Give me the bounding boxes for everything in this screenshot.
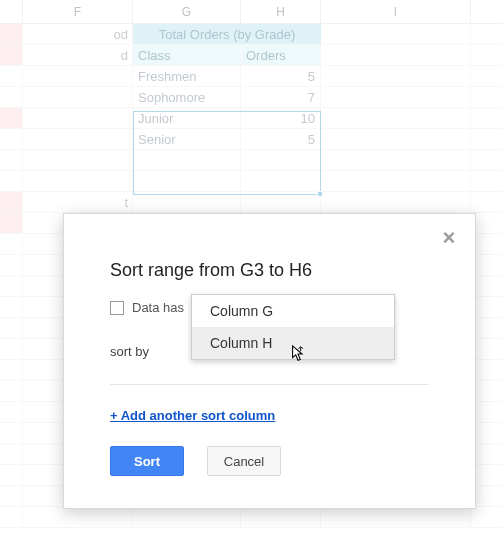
close-icon[interactable]: ×: [439, 228, 459, 248]
col-header-h[interactable]: H: [241, 0, 321, 23]
cell-orders[interactable]: 5: [241, 129, 321, 149]
cell[interactable]: [321, 66, 471, 86]
cell-orders[interactable]: 10: [241, 108, 321, 128]
cancel-button[interactable]: Cancel: [207, 446, 281, 476]
col-header-i[interactable]: I: [321, 0, 471, 23]
col-header-lead: [0, 0, 23, 23]
sort-by-label: sort by: [110, 344, 149, 359]
table-title-merged[interactable]: Total Orders (by Grade): [133, 24, 321, 45]
cell-orders[interactable]: 7: [241, 87, 321, 107]
cell[interactable]: [321, 24, 471, 44]
cell[interactable]: [321, 108, 471, 128]
dropdown-option-column-g[interactable]: Column G: [192, 295, 394, 327]
row-stub: [0, 66, 23, 86]
sort-range-dialog: × Sort range from G3 to H6 Data has sort…: [63, 213, 476, 509]
row-stub: [0, 108, 23, 128]
row-stub: [0, 45, 23, 65]
cell[interactable]: [23, 87, 133, 107]
cell[interactable]: [23, 108, 133, 128]
cell-class[interactable]: Junior: [133, 108, 241, 128]
cell-class[interactable]: Freshmen: [133, 66, 241, 86]
cell[interactable]: [321, 129, 471, 149]
dialog-title: Sort range from G3 to H6: [110, 260, 312, 281]
cell-orders[interactable]: 5: [241, 66, 321, 86]
divider: [110, 384, 429, 385]
cell[interactable]: [321, 87, 471, 107]
sort-column-dropdown[interactable]: Column G Column H: [191, 294, 395, 360]
cell[interactable]: t: [23, 192, 133, 212]
cell[interactable]: [321, 45, 471, 65]
column-headers: F G H I: [0, 0, 503, 24]
checkbox-label: Data has: [132, 300, 184, 315]
table-head-class[interactable]: Class: [133, 45, 241, 65]
header-row-checkbox[interactable]: [110, 301, 124, 315]
col-header-g[interactable]: G: [133, 0, 241, 23]
cell[interactable]: d: [23, 45, 133, 65]
cell-class[interactable]: Senior: [133, 129, 241, 149]
col-header-f[interactable]: F: [23, 0, 133, 23]
add-sort-column-link[interactable]: + Add another sort column: [110, 408, 275, 423]
row-stub: [0, 87, 23, 107]
cell[interactable]: od: [23, 24, 133, 44]
row-stub: [0, 129, 23, 149]
cell[interactable]: [23, 66, 133, 86]
sort-button[interactable]: Sort: [110, 446, 184, 476]
row-stub: [0, 24, 23, 44]
cell[interactable]: [23, 129, 133, 149]
cell-class[interactable]: Sophomore: [133, 87, 241, 107]
table-head-orders[interactable]: Orders: [241, 45, 321, 65]
dropdown-option-column-h[interactable]: Column H: [192, 327, 394, 359]
